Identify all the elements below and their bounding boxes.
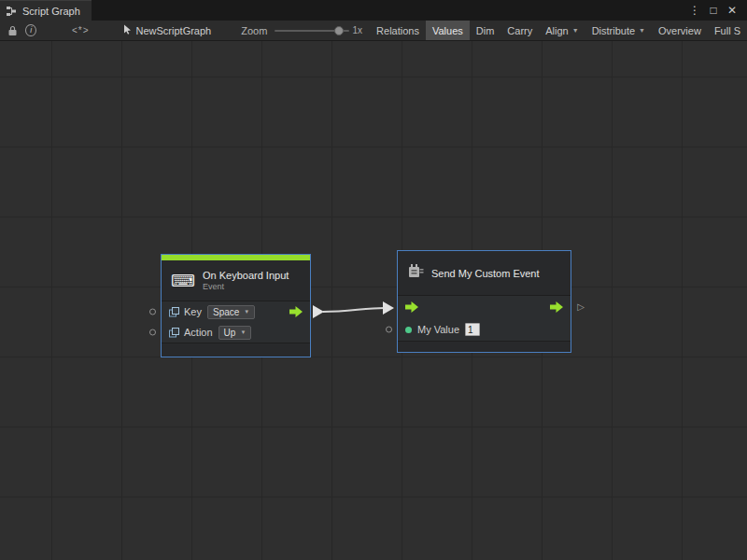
lock-icon[interactable] bbox=[6, 21, 20, 41]
node-body: Key Space ▼ bbox=[162, 301, 310, 343]
zoom-label: Zoom bbox=[241, 25, 267, 36]
node-footer bbox=[398, 341, 571, 352]
port-label: Action bbox=[184, 327, 213, 338]
custom-event-icon bbox=[407, 263, 424, 283]
zoom-value: 1x bbox=[353, 25, 363, 35]
close-icon[interactable]: ✕ bbox=[725, 4, 740, 17]
chevron-down-icon: ▼ bbox=[244, 309, 249, 315]
port-row-key: Key Space ▼ bbox=[162, 301, 310, 322]
titlebar: Script Graph ⋮ □ ✕ bbox=[0, 0, 747, 21]
flow-output-port[interactable] bbox=[550, 301, 563, 313]
action-dropdown[interactable]: Up ▼ bbox=[218, 326, 252, 340]
chevron-down-icon: ▼ bbox=[240, 329, 246, 335]
action-input-port[interactable] bbox=[149, 329, 156, 336]
key-dropdown[interactable]: Space ▼ bbox=[207, 305, 255, 319]
flow-input-port[interactable] bbox=[405, 301, 418, 313]
connection-layer bbox=[0, 41, 747, 560]
node-title: On Keyboard Input bbox=[203, 270, 289, 281]
node-header[interactable]: ⌨ On Keyboard Input Event bbox=[162, 260, 310, 301]
script-graph-window: Script Graph ⋮ □ ✕ i <*> NewScriptGraph … bbox=[0, 0, 747, 560]
graph-name[interactable]: NewScriptGraph bbox=[123, 24, 212, 36]
values-button[interactable]: Values bbox=[426, 21, 470, 41]
code-icon[interactable]: <*> bbox=[72, 21, 90, 41]
relations-button[interactable]: Relations bbox=[370, 21, 426, 41]
enum-type-icon bbox=[169, 328, 179, 338]
my-value-input-port[interactable] bbox=[386, 327, 392, 333]
wire-start-arrow bbox=[313, 305, 324, 318]
distribute-dropdown-button[interactable]: Distribute ▼ bbox=[585, 21, 652, 41]
graph-canvas[interactable]: ⌨ On Keyboard Input Event Key bbox=[0, 41, 747, 560]
graph-name-label: NewScriptGraph bbox=[136, 25, 212, 36]
port-row-flow: ▷ bbox=[398, 296, 571, 318]
node-subtitle: Event bbox=[203, 282, 289, 291]
node-send-my-custom-event[interactable]: Send My Custom Event ▷ bbox=[397, 250, 571, 353]
port-row-my-value: My Value bbox=[398, 318, 571, 341]
node-title: Send My Custom Event bbox=[431, 268, 540, 279]
window-controls: ⋮ □ ✕ bbox=[687, 0, 747, 21]
port-label: My Value bbox=[417, 324, 459, 335]
wire-end-arrow bbox=[383, 301, 394, 315]
kebab-menu-icon[interactable]: ⋮ bbox=[687, 4, 702, 17]
node-on-keyboard-input[interactable]: ⌨ On Keyboard Input Event Key bbox=[161, 254, 311, 357]
flow-output-port[interactable] bbox=[289, 306, 303, 317]
zoom-slider[interactable] bbox=[275, 21, 348, 41]
overview-button[interactable]: Overview bbox=[652, 21, 708, 41]
zoom-slider-handle[interactable] bbox=[334, 26, 344, 35]
chevron-down-icon: ▼ bbox=[639, 27, 645, 34]
graph-toolbar: i <*> NewScriptGraph Zoom 1x Relations V… bbox=[0, 21, 747, 41]
carry-button[interactable]: Carry bbox=[500, 21, 539, 41]
fullscreen-button[interactable]: Full S bbox=[708, 21, 747, 41]
value-type-dot-icon bbox=[405, 327, 412, 333]
dim-button[interactable]: Dim bbox=[470, 21, 501, 41]
align-dropdown-button[interactable]: Align ▼ bbox=[539, 21, 585, 41]
tab-label: Script Graph bbox=[22, 6, 80, 17]
info-icon[interactable]: i bbox=[25, 24, 35, 36]
my-value-field[interactable] bbox=[465, 323, 480, 336]
node-footer bbox=[162, 343, 310, 357]
chevron-down-icon: ▼ bbox=[572, 27, 579, 34]
connection-wire[interactable] bbox=[323, 308, 385, 312]
enum-type-icon bbox=[169, 307, 179, 317]
key-input-port[interactable] bbox=[149, 309, 156, 315]
tab-script-graph[interactable]: Script Graph bbox=[0, 0, 92, 21]
node-body: ▷ My Value bbox=[398, 296, 571, 341]
port-label: Key bbox=[184, 306, 202, 317]
port-row-action: Action Up ▼ bbox=[162, 322, 310, 343]
maximize-icon[interactable]: □ bbox=[706, 4, 721, 17]
script-graph-icon bbox=[6, 6, 17, 17]
node-header[interactable]: Send My Custom Event bbox=[398, 251, 571, 296]
toolbar-buttons: Relations Values Dim Carry Align ▼ Distr… bbox=[370, 21, 747, 41]
keyboard-icon: ⌨ bbox=[171, 273, 195, 289]
cursor-icon bbox=[123, 24, 132, 36]
flow-continue-port[interactable]: ▷ bbox=[577, 302, 585, 312]
